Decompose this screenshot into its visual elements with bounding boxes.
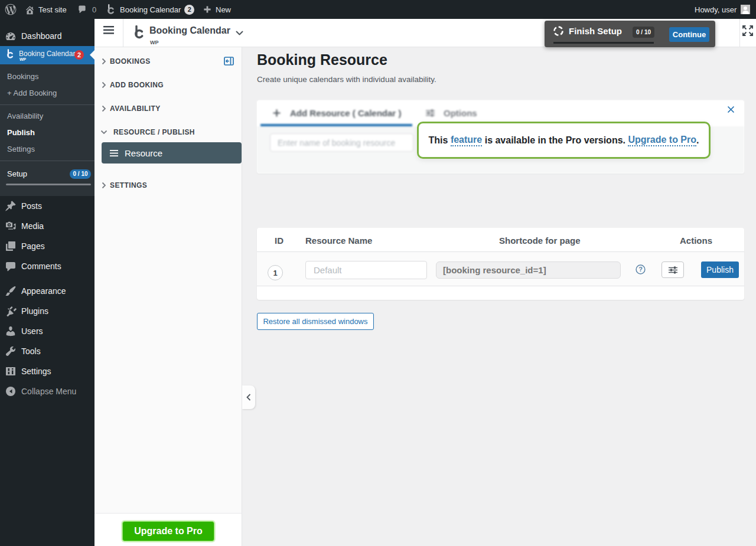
svg-text:?: ? bbox=[638, 266, 643, 273]
